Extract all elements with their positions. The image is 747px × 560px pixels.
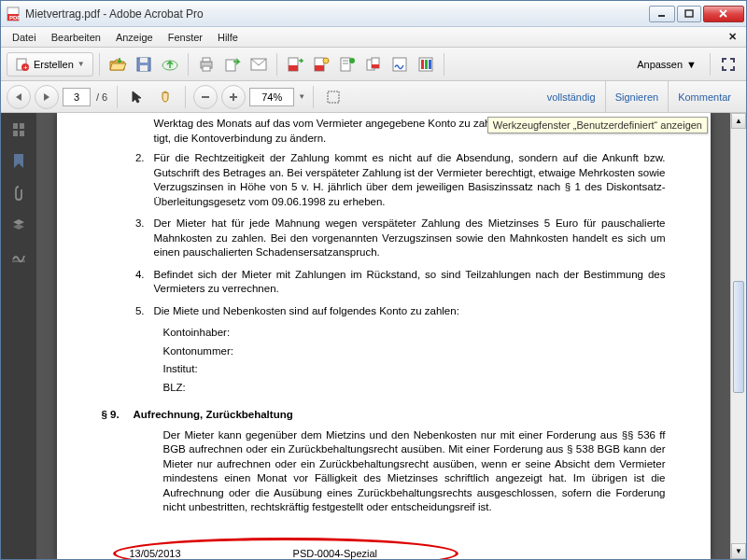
svg-rect-22 [315,65,324,71]
create-form-button[interactable] [335,52,359,77]
marquee-zoom-button[interactable] [321,85,345,109]
separator [276,53,277,76]
svg-point-27 [349,58,355,63]
footer-code: PSD-0004-Spezial [293,547,378,559]
create-label: Erstellen [34,59,74,70]
primary-toolbar: + Erstellen ▼ Anpassen ▼ [1,48,746,81]
section-heading: § 9. Aufrechnung, Zurückbehaltung [102,408,666,423]
menubar: Datei Bearbeiten Anzeige Fenster Hilfe ✕ [1,27,746,48]
sign-button[interactable] [388,52,412,77]
customize-button[interactable]: Anpassen ▼ [629,57,704,72]
hand-tool-button[interactable] [153,85,177,109]
nav-panel [1,113,36,559]
window-controls [647,6,744,22]
navigation-toolbar: / 6 ▼ vollständig Signieren Kommentar [1,81,746,113]
cloud-button[interactable] [158,52,182,77]
separator [99,53,100,76]
separator [313,86,314,108]
select-tool-button[interactable] [125,85,149,109]
layers-icon[interactable] [9,216,28,234]
menu-datei[interactable]: Datei [5,30,44,45]
create-icon: + [15,57,30,72]
page-total-label: / 6 [94,91,109,103]
separator [188,53,189,76]
svg-rect-34 [425,60,428,69]
vollstaendig-link[interactable]: vollständig [538,81,605,112]
menu-fenster[interactable]: Fenster [161,30,210,45]
zoom-input[interactable] [249,88,294,106]
svg-rect-41 [20,123,24,129]
svg-point-23 [323,58,329,63]
scroll-up-button[interactable]: ▲ [731,113,746,129]
signieren-link[interactable]: Signieren [605,81,668,112]
print-button[interactable] [194,52,218,77]
document-viewport[interactable]: Werkzeugfenster „Benutzerdefiniert“ anze… [36,113,730,559]
chevron-down-icon: ▼ [686,59,697,70]
separator [185,86,186,108]
signatures-icon[interactable] [9,247,28,266]
export-pdf-button[interactable] [283,52,307,77]
menu-hilfe[interactable]: Hilfe [210,30,246,45]
attachments-icon[interactable] [9,184,28,203]
zoom-in-button[interactable] [221,85,246,109]
separator [444,53,444,76]
kommentar-link[interactable]: Kommentar [668,81,740,112]
svg-rect-20 [289,65,298,71]
menu-bearbeiten[interactable]: Bearbeiten [44,30,108,45]
svg-rect-24 [341,58,350,71]
combine-button[interactable] [361,52,386,77]
vertical-scrollbar[interactable]: ▲ ▼ [730,113,746,559]
svg-text:PDF: PDF [9,15,21,21]
window-title: Mietvertrag.pdf - Adobe Acrobat Pro [25,7,647,21]
close-button[interactable] [703,6,744,22]
svg-rect-43 [20,131,24,136]
right-links: vollständig Signieren Kommentar [538,81,740,112]
svg-rect-15 [203,58,210,62]
thumbnails-icon[interactable] [9,120,28,139]
footer-date: 13/05/2013 [130,547,181,559]
tooltip: Werkzeugfenster „Benutzerdefiniert“ anze… [487,117,708,133]
scroll-thumb[interactable] [733,281,744,393]
zoom-out-button[interactable] [193,85,218,109]
page-footer: 13/05/2013 PSD-0004-Spezial [130,547,666,559]
list-item: 3.Der Mieter hat für jede Mahnung wegen … [102,217,666,260]
zoom-dropdown-icon[interactable]: ▼ [298,92,305,101]
fullscreen-button[interactable] [716,52,740,77]
list-item: 4.Befindet sich der Mieter mit Zahlungen… [102,268,666,297]
list-item: 5.Die Miete und Nebenkosten sind auf fol… [102,304,666,319]
svg-rect-30 [372,64,379,68]
list-item: 2.Für die Rechtzeitigkeit der Zahlung ko… [102,151,666,209]
customize-label: Anpassen [637,59,683,70]
next-page-button[interactable] [35,85,59,109]
svg-rect-39 [328,91,339,103]
prev-page-button[interactable] [7,85,31,109]
scroll-down-button[interactable]: ▼ [731,543,746,559]
separator [710,53,711,76]
svg-rect-12 [140,65,148,71]
bank-details: Kontoinhaber: Kontonummer: Institut: BLZ… [163,326,666,395]
section-body: Der Mieter kann gegenüber dem Mietzins u… [163,428,666,515]
edit-pdf-button[interactable] [309,52,333,77]
share-button[interactable] [220,52,245,77]
svg-rect-16 [203,66,210,71]
app-window: PDF Mietvertrag.pdf - Adobe Acrobat Pro … [0,0,747,560]
svg-text:+: + [23,63,28,72]
pdf-page: Werktag des Monats auf das vom Vermieter… [57,113,711,559]
multimedia-button[interactable] [414,52,438,77]
email-button[interactable] [247,52,271,77]
titlebar: PDF Mietvertrag.pdf - Adobe Acrobat Pro [1,1,746,27]
page-number-input[interactable] [63,88,91,106]
svg-rect-40 [13,123,18,129]
pdf-icon: PDF [7,7,21,21]
open-button[interactable] [106,52,130,77]
menubar-close-icon[interactable]: ✕ [723,31,742,43]
menu-anzeige[interactable]: Anzeige [108,30,161,45]
create-button[interactable]: + Erstellen ▼ [7,52,93,77]
numbered-list: 2.Für die Rechtzeitigkeit der Zahlung ko… [102,151,666,318]
bookmarks-icon[interactable] [9,152,28,171]
separator [117,86,118,108]
minimize-button[interactable] [649,6,675,22]
maximize-button[interactable] [677,6,701,22]
save-button[interactable] [132,52,156,77]
svg-rect-42 [13,131,18,136]
